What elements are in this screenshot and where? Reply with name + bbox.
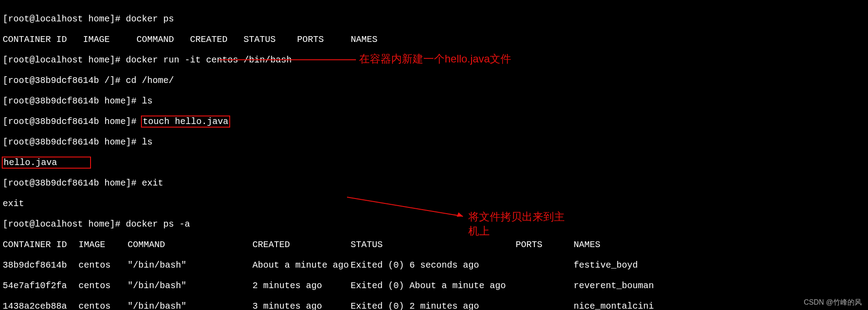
cmd-touch: touch hello.java bbox=[143, 116, 228, 127]
connector-touch bbox=[219, 59, 356, 60]
table-row: 38b9dcf8614bcentos"/bin/bash"About a min… bbox=[3, 260, 865, 270]
svg-marker-1 bbox=[457, 212, 463, 217]
cell-id: 38b9dcf8614b bbox=[3, 260, 79, 270]
svg-line-0 bbox=[347, 197, 463, 216]
prompt-local: [root@localhost home]# bbox=[3, 219, 126, 229]
annotation-cp-line2: 机上 bbox=[468, 225, 490, 237]
hdr-ports: PORTS bbox=[516, 240, 574, 250]
hdr-created: CREATED bbox=[252, 240, 351, 250]
ps-header-empty: CONTAINER ID IMAGE COMMAND CREATED STATU… bbox=[3, 34, 865, 45]
cmd-exit: exit bbox=[142, 178, 163, 188]
prompt-container-home: [root@38b9dcf8614b home]# bbox=[3, 96, 142, 106]
hdr-names: NAMES bbox=[574, 240, 600, 250]
cell-id: 1438a2ceb88a bbox=[3, 301, 79, 310]
cell-cmd: "/bin/bash" bbox=[128, 281, 252, 291]
cell-names: reverent_bouman bbox=[574, 281, 654, 291]
cmd-docker-ps-a: docker ps -a bbox=[126, 219, 190, 229]
table-row: 1438a2ceb88acentos"/bin/bash"3 minutes a… bbox=[3, 301, 865, 310]
highlight-touch-cmd: touch hello.java bbox=[141, 116, 230, 128]
cell-status: Exited (0) 6 seconds ago bbox=[351, 260, 516, 270]
table-row: 54e7af10f2facentos"/bin/bash"2 minutes a… bbox=[3, 281, 865, 291]
cell-names: nice_montalcini bbox=[574, 301, 654, 310]
connector-cp-arrow bbox=[347, 192, 467, 219]
cell-image: centos bbox=[79, 301, 128, 310]
annotation-cp-line1: 将文件拷贝出来到主 bbox=[468, 211, 565, 223]
watermark: CSDN @竹峰的风 bbox=[804, 297, 862, 307]
cell-cmd: "/bin/bash" bbox=[128, 260, 252, 270]
cell-image: centos bbox=[79, 260, 128, 270]
cell-cmd: "/bin/bash" bbox=[128, 301, 252, 310]
highlight-hello-file: hello.java bbox=[2, 157, 91, 169]
terminal-output: [root@localhost home]# docker ps CONTAIN… bbox=[0, 0, 868, 310]
prompt-container-home: [root@38b9dcf8614b home]# bbox=[3, 137, 142, 147]
prompt-local: [root@localhost home]# bbox=[3, 55, 126, 65]
hdr-container-id: CONTAINER ID bbox=[3, 240, 79, 250]
prompt-container-home: [root@38b9dcf8614b home]# bbox=[3, 178, 142, 188]
cell-created: 3 minutes ago bbox=[252, 301, 351, 310]
annotation-touch: 在容器内新建一个hello.java文件 bbox=[359, 52, 511, 66]
ps-a-header: CONTAINER IDIMAGECOMMANDCREATEDSTATUSPOR… bbox=[3, 240, 865, 250]
cell-id: 54e7af10f2fa bbox=[3, 281, 79, 291]
cmd-cd-home: cd /home/ bbox=[126, 75, 174, 86]
cmd-ls-1: ls bbox=[142, 96, 153, 106]
prompt-container-home: [root@38b9dcf8614b home]# bbox=[3, 116, 142, 127]
cell-names: festive_boyd bbox=[574, 260, 638, 270]
output-hello-file: hello.java bbox=[4, 157, 57, 168]
hdr-image: IMAGE bbox=[79, 240, 128, 250]
cell-created: About a minute ago bbox=[252, 260, 351, 270]
hdr-status: STATUS bbox=[351, 240, 516, 250]
cmd-docker-ps: docker ps bbox=[126, 14, 174, 24]
prompt-local: [root@localhost home]# bbox=[3, 14, 126, 24]
prompt-container-root: [root@38b9dcf8614b /]# bbox=[3, 75, 126, 86]
cell-status: Exited (0) 2 minutes ago bbox=[351, 301, 516, 310]
cell-image: centos bbox=[79, 281, 128, 291]
cell-created: 2 minutes ago bbox=[252, 281, 351, 291]
cell-status: Exited (0) About a minute ago bbox=[351, 281, 516, 291]
hdr-command: COMMAND bbox=[128, 240, 252, 250]
cmd-ls-2: ls bbox=[142, 137, 153, 147]
annotation-cp: 将文件拷贝出来到主 机上 bbox=[468, 210, 566, 238]
